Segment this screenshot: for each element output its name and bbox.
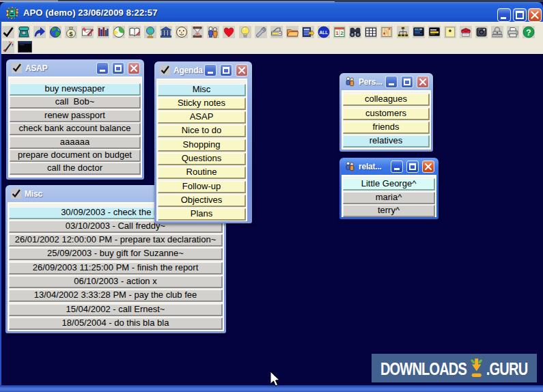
svg-text:$: $ bbox=[70, 29, 74, 37]
svg-text:*: * bbox=[449, 27, 452, 36]
svg-text:?: ? bbox=[527, 27, 531, 37]
svg-text:1: 1 bbox=[336, 29, 339, 36]
svg-text:ALL: ALL bbox=[320, 30, 329, 35]
svg-text:*: * bbox=[389, 27, 391, 32]
svg-text:2: 2 bbox=[341, 29, 344, 36]
